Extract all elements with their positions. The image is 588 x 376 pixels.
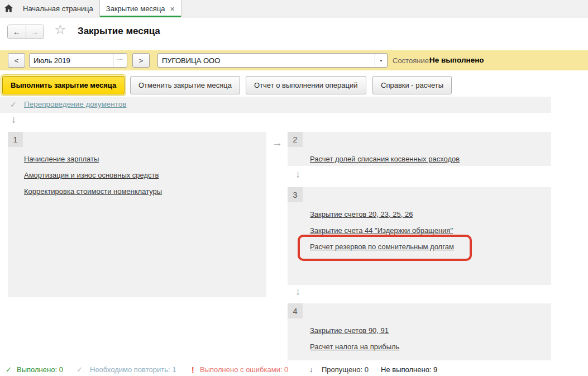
operation-link-depreciation[interactable]: Амортизация и износ основных средств (24, 167, 162, 183)
period-picker-button[interactable]: ... (113, 54, 127, 67)
check-icon: ✓ (77, 365, 83, 374)
tab-home[interactable]: Начальная страница (17, 0, 99, 17)
stage-block-2: 2 Расчет долей списания косвенных расход… (288, 132, 551, 166)
reposting-strip: ✓ Перепроведение документов (0, 97, 551, 113)
history-nav-group: ← → (7, 25, 44, 39)
operation-link-close-account-44[interactable]: Закрытие счета 44 "Издержки обращения" (310, 222, 454, 239)
check-icon: ✓ (10, 100, 17, 109)
stage-number-badge: 2 (288, 132, 303, 147)
exclamation-icon: ! (192, 365, 194, 374)
page-title: Закрытие месяца (78, 26, 160, 37)
period-field[interactable]: Июль 2019 ... (29, 53, 127, 68)
status-not-done: Не выполнено: 9 (381, 365, 437, 374)
flow-down-arrow-icon: ↓ (11, 113, 17, 126)
reposting-documents-link[interactable]: Перепроведение документов (24, 100, 126, 108)
status-legend-bar: ✓ Выполнено: 0 ✓ Необходимо повторить: 1… (0, 362, 588, 376)
tab-month-closing[interactable]: Закрытие месяца × (99, 0, 181, 17)
cancel-month-closing-button[interactable]: Отменить закрытие месяца (130, 76, 240, 94)
status-repeat: Необходимо повторить: 1 (90, 365, 176, 374)
chevron-down-icon: ▼ (379, 59, 383, 63)
home-icon (4, 4, 13, 12)
stage-block-1: 1 Начисление зарплаты Амортизация и изно… (8, 132, 266, 297)
check-icon: ✓ (6, 365, 12, 374)
run-month-closing-button[interactable]: Выполнить закрытие месяца (2, 76, 125, 94)
operation-link-close-accounts-90-91[interactable]: Закрытие счетов 90, 91 (310, 322, 399, 339)
stage-number-badge: 1 (8, 132, 23, 147)
operation-link-stock-cost-adjustment[interactable]: Корректировка стоимости номенклатуры (24, 183, 162, 199)
organization-field[interactable]: ПУГОВИЦА ООО ▼ (157, 53, 388, 68)
stage-block-3: 3 Закрытие счетов 20, 23, 25, 26 Закрыти… (288, 187, 551, 285)
next-period-button[interactable]: > (132, 53, 150, 68)
operations-report-button[interactable]: Отчет о выполнении операций (246, 76, 366, 94)
references-calculations-button[interactable]: Справки - расчеты (372, 76, 452, 94)
previous-period-button[interactable]: < (8, 53, 25, 68)
favorite-star-icon[interactable]: ☆ (54, 22, 66, 37)
stage-number-badge: 3 (288, 187, 303, 202)
stage-number-badge: 4 (288, 303, 303, 318)
state-value: Не выполнено (429, 56, 484, 64)
stage-block-4: 4 Закрытие счетов 90, 91 Расчет налога н… (288, 303, 551, 360)
operation-link-indirect-costs-share[interactable]: Расчет долей списания косвенных расходов (310, 151, 460, 167)
tab-bar: Начальная страница Закрытие месяца × (0, 0, 588, 17)
status-errors: Выполнено с ошибками: 0 (200, 365, 288, 374)
operation-link-payroll[interactable]: Начисление зарплаты (24, 151, 162, 167)
flow-down-arrow-icon: ↓ (295, 285, 301, 298)
stage-links: Начисление зарплаты Амортизация и износ … (24, 151, 162, 199)
back-arrow-icon: ← (13, 27, 21, 36)
back-button[interactable]: ← (8, 25, 26, 39)
operation-link-income-tax[interactable]: Расчет налога на прибыль (310, 339, 399, 355)
stage-links: Закрытие счетов 20, 23, 25, 26 Закрытие … (310, 206, 454, 255)
operation-link-close-accounts-20-23-25-26[interactable]: Закрытие счетов 20, 23, 25, 26 (310, 206, 454, 222)
operation-link-doubtful-debts-reserve[interactable]: Расчет резервов по сомнительным долгам (310, 239, 454, 255)
period-value: Июль 2019 (30, 56, 113, 65)
organization-dropdown-button[interactable]: ▼ (375, 54, 387, 67)
down-arrow-icon: ↓ (309, 365, 313, 374)
home-button[interactable] (0, 0, 17, 17)
status-done: Выполнено: 0 (17, 365, 63, 374)
forward-arrow-icon: → (31, 27, 39, 36)
tab-month-closing-label: Закрытие месяца (106, 4, 165, 13)
flow-right-arrow-icon: → (272, 137, 283, 149)
close-icon[interactable]: × (170, 5, 175, 13)
tab-home-label: Начальная страница (23, 4, 93, 13)
organization-value: ПУГОВИЦА ООО (158, 56, 375, 65)
forward-button[interactable]: → (26, 25, 44, 39)
status-skipped: Пропущено: 0 (322, 365, 369, 374)
stage-links: Закрытие счетов 90, 91 Расчет налога на … (310, 322, 399, 355)
stage-links: Расчет долей списания косвенных расходов (310, 151, 460, 167)
period-bar: < Июль 2019 ... > ПУГОВИЦА ООО ▼ Состоян… (0, 50, 588, 70)
flow-down-arrow-icon: ↓ (295, 168, 301, 180)
state-label: Состояние: (393, 56, 431, 65)
